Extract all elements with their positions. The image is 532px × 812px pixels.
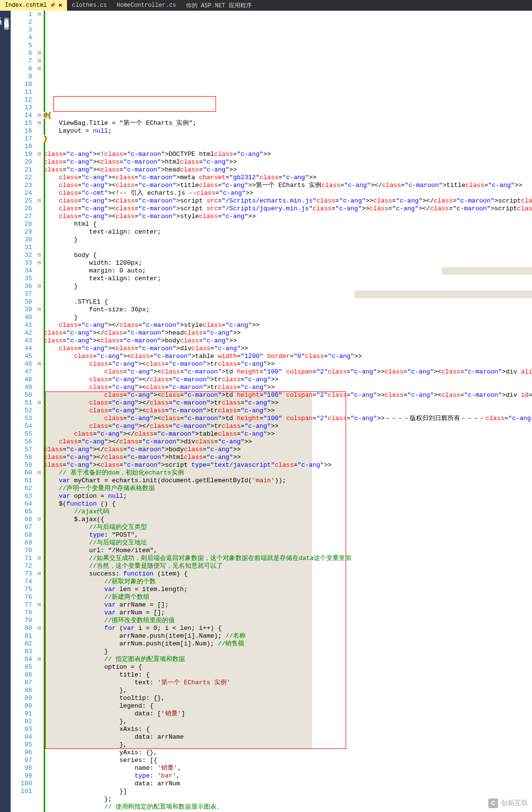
code-line[interactable]: //声明一个变量用户存储表格数据 xyxy=(44,485,532,492)
code-line[interactable]: class="c-ang"><class="c-maroon">table wi… xyxy=(44,353,532,360)
code-line[interactable]: ViewBag.Title = "第一个 ECharts 实例"; xyxy=(44,119,532,127)
code-line[interactable] xyxy=(44,143,532,151)
close-icon[interactable]: × xyxy=(58,2,62,9)
code-line[interactable]: html { xyxy=(44,220,532,228)
code-line[interactable]: } xyxy=(44,283,532,290)
code-line[interactable]: data: ['销量'] xyxy=(44,710,532,718)
side-tab-toolbox[interactable]: 工具箱 xyxy=(0,14,2,812)
code-line[interactable]: class="c-ang"></class="c-maroon">htmlcla… xyxy=(44,454,532,461)
code-line[interactable]: series: [{ xyxy=(44,757,532,764)
code-line[interactable]: data: arrName xyxy=(44,733,532,741)
code-line[interactable]: class="c-ang"><class="c-maroon">trclass=… xyxy=(44,407,532,415)
code-line[interactable]: option = { xyxy=(44,663,532,671)
code-line[interactable]: } xyxy=(44,648,532,656)
code-line[interactable]: $.ajax({ xyxy=(44,516,532,524)
code-line[interactable]: //与后端的交互类型 xyxy=(44,524,532,531)
code-area[interactable]: @{ ViewBag.Title = "第一个 ECharts 实例"; Lay… xyxy=(44,11,532,812)
code-line[interactable]: class="c-ang"><class="c-maroon">headclas… xyxy=(44,166,532,174)
code-line[interactable]: class="c-ang"><class="c-maroon">htmlclas… xyxy=(44,158,532,166)
code-line[interactable]: class="c-ang"></class="c-maroon">trclass… xyxy=(44,399,532,407)
code-line[interactable]: name: '销量', xyxy=(44,764,532,772)
tab-item[interactable]: clothes.cs xyxy=(67,0,112,11)
code-line[interactable]: class="c-ang"><class="c-maroon">meta cha… xyxy=(44,174,532,182)
tab-item[interactable]: 你的 ASP.NET 应用程序 xyxy=(181,0,257,11)
code-line[interactable]: body { xyxy=(44,252,532,259)
code-line[interactable]: }] xyxy=(44,788,532,795)
code-line[interactable]: var len = item.length; xyxy=(44,586,532,593)
code-line[interactable]: title: { xyxy=(44,671,532,679)
line-number: 70 xyxy=(11,547,32,555)
code-line[interactable]: //获取对象的个数 xyxy=(44,578,532,586)
code-line[interactable]: class="c-ang"><class="c-maroon">script t… xyxy=(44,461,532,469)
tab-item[interactable]: HomeController.cs xyxy=(112,0,181,11)
code-line[interactable]: width: 1200px; xyxy=(44,259,532,267)
code-line[interactable]: class="c-cmt"><!-- 引入 echarts.js --class… xyxy=(44,189,532,197)
code-line[interactable]: class="c-ang"><class="c-maroon">td heigh… xyxy=(44,368,532,376)
code-line[interactable]: class="c-ang"></class="c-maroon">headcla… xyxy=(44,329,532,337)
code-line[interactable]: class="c-ang"></class="c-maroon">bodycla… xyxy=(44,446,532,454)
code-line[interactable]: class="c-ang"></class="c-maroon">trclass… xyxy=(44,376,532,384)
code-line[interactable]: class="c-ang"><class="c-maroon">bodyclas… xyxy=(44,337,532,345)
code-line[interactable]: legend: { xyxy=(44,702,532,710)
code-line[interactable]: } xyxy=(44,135,532,143)
code-line[interactable]: $(function () { xyxy=(44,500,532,508)
code-line[interactable]: //ajax代码 xyxy=(44,508,532,516)
code-line[interactable]: var option = null; xyxy=(44,492,532,500)
code-line[interactable]: var arrName = []; xyxy=(44,601,532,609)
code-line[interactable]: }, xyxy=(44,718,532,726)
code-line[interactable]: }, xyxy=(44,687,532,694)
code-line[interactable]: class="c-ang"><!class="c-maroon">DOCTYPE… xyxy=(44,151,532,158)
code-line[interactable]: tooltip: {}, xyxy=(44,694,532,702)
code-line[interactable]: class="c-ang"><class="c-maroon">td heigh… xyxy=(44,391,532,399)
side-tab-server-explorer[interactable]: 服务器资源管理器 xyxy=(2,14,10,812)
code-line[interactable]: class="c-ang"><class="c-maroon">stylecla… xyxy=(44,213,532,220)
code-line[interactable]: class="c-ang"></class="c-maroon">trclass… xyxy=(44,423,532,430)
code-line[interactable]: //如果交互成功，则后端会返回对象数据，这个对象数据在前端就是存储在data这个… xyxy=(44,555,532,562)
code-line[interactable]: type: "POST", xyxy=(44,531,532,539)
code-line[interactable]: // 指定图表的配置项和数据 xyxy=(44,656,532,663)
code-line[interactable] xyxy=(44,290,532,298)
code-line[interactable]: class="c-ang"><class="c-maroon">script s… xyxy=(44,197,532,205)
code-line[interactable]: margin: 0 auto; xyxy=(44,267,532,275)
code-line[interactable]: class="c-ang"><class="c-maroon">td heigh… xyxy=(44,415,532,423)
code-line[interactable]: // 使用刚指定的配置项和数据显示图表。 xyxy=(44,803,532,811)
code-line[interactable]: }, xyxy=(44,741,532,749)
code-line[interactable]: class="c-ang"></class="c-maroon">stylecl… xyxy=(44,321,532,329)
code-line[interactable]: type: 'bar', xyxy=(44,772,532,780)
code-line[interactable]: class="c-ang"><class="c-maroon">titlecla… xyxy=(44,182,532,189)
code-line[interactable]: //循环改变数组里面的值 xyxy=(44,617,532,625)
code-line[interactable]: text: '第一个 ECharts 实例' xyxy=(44,679,532,687)
code-line[interactable]: var arrNum = []; xyxy=(44,609,532,617)
code-line[interactable]: class="c-ang"></class="c-maroon">divclas… xyxy=(44,438,532,446)
code-line[interactable]: for (var i = 0; i < len; i++) { xyxy=(44,625,532,632)
code-line[interactable]: class="c-ang"></class="c-maroon">tablecl… xyxy=(44,430,532,438)
code-line[interactable]: text-align: center; xyxy=(44,275,532,283)
code-line[interactable]: Layout = null; xyxy=(44,127,532,135)
code-line[interactable]: class="c-ang"><class="c-maroon">trclass=… xyxy=(44,384,532,391)
code-line[interactable]: url: "/Home/item", xyxy=(44,547,532,555)
code-line[interactable]: data: arrNum xyxy=(44,780,532,788)
line-number: 69 xyxy=(11,539,32,547)
code-line[interactable]: text-align: center; xyxy=(44,228,532,236)
code-line[interactable]: class="c-ang"><class="c-maroon">divclass… xyxy=(44,345,532,353)
code-line[interactable]: }; xyxy=(44,795,532,803)
code-line[interactable]: //与后端的交互地址 xyxy=(44,539,532,547)
tab-active[interactable]: Index.cshtml 📌 × xyxy=(0,0,67,11)
code-line[interactable]: arrName.push(item[i].Name); //名称 xyxy=(44,632,532,640)
code-line[interactable]: success: function (item) { xyxy=(44,570,532,578)
code-line[interactable]: } xyxy=(44,314,532,321)
code-line[interactable]: var myChart = echarts.init(document.getE… xyxy=(44,477,532,485)
code-line[interactable]: @{ xyxy=(44,112,532,119)
code-line[interactable]: } xyxy=(44,236,532,244)
code-line[interactable]: class="c-ang"><class="c-maroon">trclass=… xyxy=(44,360,532,368)
code-line[interactable]: .STYLE1 { xyxy=(44,298,532,306)
code-line[interactable]: xAxis: { xyxy=(44,726,532,733)
code-line[interactable]: //当然，这个变量是随便写，见名知意就可以了 xyxy=(44,562,532,570)
code-line[interactable]: //新建两个数组 xyxy=(44,593,532,601)
code-line[interactable]: // 基于准备好的dom，初始化echarts实例 xyxy=(44,469,532,477)
code-line[interactable]: font-size: 36px; xyxy=(44,306,532,314)
code-line[interactable]: class="c-ang"><class="c-maroon">script s… xyxy=(44,205,532,213)
code-line[interactable]: arrNum.push(item[i].Num); //销售额 xyxy=(44,640,532,648)
code-line[interactable]: yAxis: {}, xyxy=(44,749,532,757)
code-line[interactable] xyxy=(44,244,532,252)
